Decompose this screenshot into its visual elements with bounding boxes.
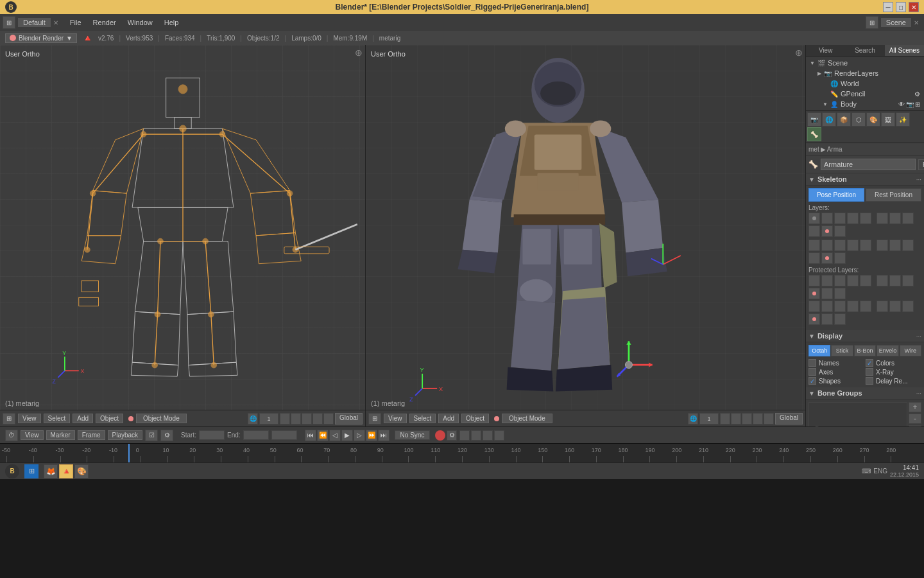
layer-btn-r2-5[interactable] [860,240,871,251]
menu-file[interactable]: File [65,17,87,28]
vt-right-btn5[interactable] [764,413,774,425]
frame-playback-btn[interactable]: Playback [108,430,143,440]
timeline-checkbox[interactable]: ☑ [145,430,158,441]
vt-right-btn1[interactable] [720,413,730,425]
cb-xray[interactable] [866,368,873,376]
player-r2-7[interactable] [889,301,901,312]
ruler-playhead[interactable] [128,444,130,462]
no-sync-selector[interactable]: No Sync [395,430,431,440]
vt-right-btn4[interactable] [753,413,763,425]
tab-search[interactable]: Search [845,45,884,56]
maximize-button[interactable]: □ [896,2,906,12]
layer-btn-10[interactable] [821,225,833,237]
display-section-header[interactable]: ▼ Display ··· [806,330,924,342]
layer-btn-8[interactable] [902,213,914,224]
skeleton-section-header[interactable]: ▼ Skeleton ··· [806,173,924,186]
layer-btn-r2-1[interactable] [809,240,820,251]
player-btn-9[interactable] [809,288,820,299]
vt-right-globe[interactable]: 🌐 [688,413,698,425]
layer-btn-5[interactable] [860,213,871,224]
armature-f-button[interactable]: F [918,159,924,170]
player-btn-5[interactable] [860,275,871,286]
vt-left-globe[interactable]: 🌐 [248,413,258,425]
layer-btn-r2-9[interactable] [809,252,820,264]
workspace-icon[interactable]: ⊞ [3,16,15,29]
windows-start-btn[interactable]: ⊞ [24,464,38,478]
scene-icon[interactable]: ⊞ [866,16,878,29]
layer-btn-11[interactable] [834,225,846,237]
player-btn-4[interactable] [847,275,859,286]
display-btn-envelo[interactable]: Envelo [877,345,898,356]
prop-icon-material[interactable]: 🎨 [866,112,880,127]
frame-marker-btn[interactable]: Marker [46,430,75,440]
cb-names[interactable] [809,359,816,367]
vt-right-viewnum[interactable]: 1 [699,413,719,425]
minimize-button[interactable]: ─ [883,2,893,12]
player-r2-3[interactable] [834,301,846,312]
prop-icon-particles[interactable]: ✨ [896,112,910,127]
player-btn-2[interactable] [821,275,833,286]
display-btn-stick[interactable]: Stick [831,345,853,356]
vt-right-view[interactable]: View [384,414,407,423]
layer-btn-6[interactable] [877,213,888,224]
viewport-right-corner[interactable]: ⊕ [795,48,803,58]
player-r2-8[interactable] [902,301,914,312]
layer-btn-r2-2[interactable] [821,240,833,251]
prop-icon-object[interactable]: 📦 [837,112,851,127]
play-next-btn[interactable]: ▷ [354,430,365,441]
vt-left-select[interactable]: Select [44,414,71,423]
layer-btn-r2-8[interactable] [902,240,914,251]
tab-all-scenes[interactable]: All Scenes [885,45,924,56]
layer-btn-r2-10[interactable] [821,252,833,264]
vt-right-btn2[interactable] [731,413,741,425]
viewport-left[interactable]: User Ortho ⊕ [0,45,366,426]
layer-btn-7[interactable] [889,213,901,224]
prop-icon-mesh[interactable]: ⬡ [851,112,866,127]
timeline-settings[interactable]: ⚙ [160,430,173,441]
record-btn[interactable] [435,430,445,441]
body-eye-icon[interactable]: 👁 [898,101,905,108]
pose-position-btn[interactable]: Pose Position [809,188,864,202]
vt-right-mode[interactable]: Object Mode [502,414,552,423]
workspace-name[interactable]: Default [18,18,51,27]
layer-btn-r2-6[interactable] [877,240,888,251]
vt-left-btn3[interactable] [302,413,312,425]
rest-position-btn[interactable]: Rest Position [866,188,921,202]
vt-left-btn2[interactable] [291,413,301,425]
vt-left-icon[interactable]: ⊞ [3,413,15,425]
menu-window[interactable]: Window [123,17,158,28]
player-r2-2[interactable] [821,301,833,312]
tab-view[interactable]: View [806,45,845,56]
player-btn-7[interactable] [889,275,901,286]
bone-groups-add-btn[interactable]: + [909,402,921,412]
bone-groups-section-header[interactable]: ▼ Bone Groups ··· [806,387,924,399]
tl-right-btn1[interactable] [459,430,470,441]
layer-btn-r2-3[interactable] [834,240,846,251]
player-btn-6[interactable] [877,275,888,286]
cb-delay[interactable] [866,377,873,385]
cb-axes[interactable] [809,368,816,376]
vt-left-global[interactable]: Global [335,413,363,425]
vt-right-object[interactable]: Object [461,414,489,423]
play-prev-key-btn[interactable]: ⏪ [317,430,329,441]
cb-colors[interactable]: ✓ [866,359,873,367]
frame-view-btn[interactable]: View [21,430,44,440]
vt-left-object[interactable]: Object [96,414,123,423]
player-r2-4[interactable] [847,301,859,312]
player-btn-3[interactable] [834,275,846,286]
layer-btn-3[interactable] [834,213,846,224]
armature-breadcrumb[interactable]: met ▶ Arma [809,146,843,153]
display-btn-wire[interactable]: Wire [900,345,921,356]
body-extra[interactable]: ⊞ [915,101,920,108]
player-r2-11[interactable] [834,313,846,325]
start-frame-input[interactable]: 1 [199,430,225,440]
player-r2-9[interactable] [809,313,820,325]
display-btn-octah[interactable]: Octah [809,345,830,356]
layer-btn-r2-11[interactable] [834,252,846,264]
body-render-icon[interactable]: 📷 [906,101,914,108]
timeline-icon[interactable]: ⏱ [5,430,18,441]
display-btn-bbon[interactable]: B-Bon [854,345,876,356]
prop-icon-world[interactable]: 🌐 [822,112,836,127]
bone-groups-menu-btn[interactable]: ⋮ [909,425,921,426]
renderlayers-item[interactable]: ▶ 📷 RenderLayers [807,68,923,78]
